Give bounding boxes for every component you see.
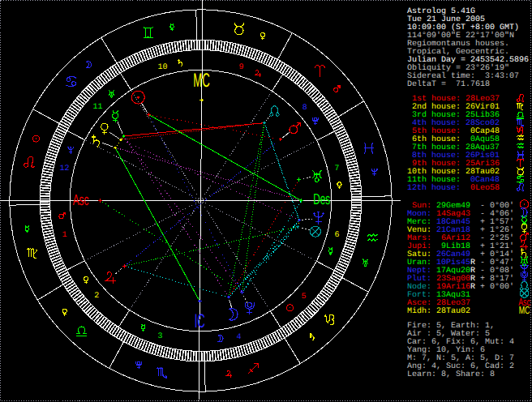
- svg-text:DeltaT = 71.7618: DeltaT = 71.7618: [407, 79, 490, 89]
- svg-text:3: 3: [157, 332, 162, 341]
- svg-text:Midh:28Tau02: Midh:28Tau02: [407, 306, 470, 316]
- svg-text:9: 9: [238, 63, 243, 72]
- svg-text:11: 11: [92, 103, 102, 112]
- svg-text:6: 6: [334, 231, 339, 240]
- svg-text:IC: IC: [195, 310, 205, 332]
- svg-text:5: 5: [302, 293, 307, 302]
- svg-text:12th house: 0Leo58: 12th house: 0Leo58: [407, 183, 500, 193]
- svg-text:2: 2: [94, 292, 99, 301]
- svg-text:8: 8: [302, 104, 307, 113]
- svg-text:Learn: 8, Share: 8: Learn: 8, Share: 8: [407, 370, 495, 379]
- svg-text:MC: MC: [193, 70, 210, 92]
- svg-text:Asc: Asc: [73, 192, 89, 209]
- svg-text:10: 10: [157, 63, 167, 72]
- svg-text:4: 4: [237, 333, 242, 342]
- svg-text:7: 7: [335, 165, 340, 173]
- svg-text:1: 1: [62, 231, 66, 240]
- svg-text:Des: Des: [313, 191, 330, 208]
- svg-text:12: 12: [59, 165, 69, 173]
- svg-text:MC: MC: [519, 304, 530, 316]
